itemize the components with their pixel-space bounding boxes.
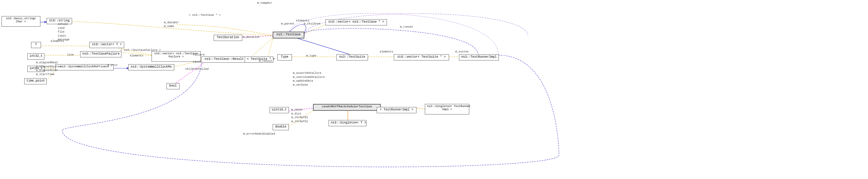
node-testcase-failure: ns3::TestCaseFailure <box>80 51 121 58</box>
svg-line-10 <box>174 62 205 84</box>
svg-line-8 <box>121 52 152 56</box>
svg-line-18 <box>289 36 352 55</box>
label-m-suites: m_suites <box>455 50 469 53</box>
svg-line-13 <box>304 24 326 34</box>
svg-line-23 <box>416 108 426 109</box>
edges-svg <box>0 0 868 179</box>
label-m-duration: m_duration <box>243 36 259 39</box>
node-type: Type <box>277 54 292 61</box>
node-singleton-testrunner: ns3::Singleton< TestRunner Impl > <box>425 104 469 114</box>
label-m-error-model: m_errorModelEnabled <box>243 133 275 136</box>
node-std-string: std::string <box>46 18 72 24</box>
svg-line-21 <box>289 108 314 111</box>
label-line: line <box>67 53 74 57</box>
node-system-wallclock-private: ns3::SystemWallClockMsPrivate <box>55 64 114 70</box>
label-elements-T: elements <box>51 40 64 43</box>
node-uint16: uint16_t <box>270 107 289 113</box>
label-m-tempdir: m_tempDir <box>257 2 272 5</box>
label-m-datadir: m_dataDir <box>164 21 179 24</box>
svg-line-12 <box>242 36 273 37</box>
node-singleton-T: ns3::Singleton< T > <box>329 120 367 126</box>
node-test-duration: TestDuration <box>214 35 242 41</box>
label-testcase-ptr-angle: < ns3::TestCase * > <box>189 14 221 17</box>
label-m-children: m_children <box>304 22 320 26</box>
node-vec-testcase-ptr: std::vector< ns3::TestCase * > <box>326 19 387 26</box>
node-lena-fd: LenaFdMtFfMacSchedulerTestCase <box>313 104 381 111</box>
label-children-failed: childrenFailed <box>185 68 209 71</box>
node-testrunnerimpl-angle: < TestRunnerImpl > <box>377 107 416 113</box>
label-m-type: m_type <box>306 54 316 58</box>
node-double: double <box>273 124 289 130</box>
node-bool: bool <box>166 83 180 90</box>
label-elements-suite: elements <box>380 50 393 53</box>
node-system-wallclock: ns3::SystemWallClockMs <box>128 64 174 70</box>
label-m-parent: m_parent <box>281 22 294 26</box>
label-elements-testcase: elements <box>296 19 309 22</box>
node-vec-T: std::vector< T > <box>89 42 124 48</box>
label-m-name: m_name <box>164 25 174 28</box>
node-basic-string: std::basic_string< Char > <box>2 16 40 27</box>
label-actual-etc: actual cond file limit message <box>58 22 69 42</box>
node-T: T <box>31 42 41 48</box>
node-testcase: ns3::TestCase <box>273 32 304 38</box>
node-vec-testsuite-ptr: std::vector< TestSuite * > <box>394 54 449 61</box>
svg-line-22 <box>289 110 314 127</box>
diagram-container: std::basic_string< Char > std::string T … <box>0 0 868 179</box>
node-int32: int32_t <box>27 53 44 60</box>
label-assert-etc: m_assertOnFailure m_continueOnFailure m_… <box>293 71 325 87</box>
node-testsuite: ns3::TestSuite <box>336 54 368 61</box>
label-m-nuser-etc: m_nUser m_dist m_thrRefDl m_thrRefUl <box>291 108 308 123</box>
node-testcase-result: ns3::TestCase::Result <box>201 57 247 63</box>
label-elements-failure: elements <box>130 54 143 58</box>
node-time-point: time_point <box>24 78 46 84</box>
node-int64: int64_t <box>27 66 44 72</box>
node-vec-testcase-failure: std::vector< ns3::TestCase Failure > <box>152 51 200 62</box>
label-m-runner: m_runner <box>400 26 413 29</box>
node-testrunnerimpl: ns3::TestRunnerImpl <box>459 54 499 61</box>
node-testsuite-ptr-angle: < TestSuite * > <box>245 57 273 63</box>
